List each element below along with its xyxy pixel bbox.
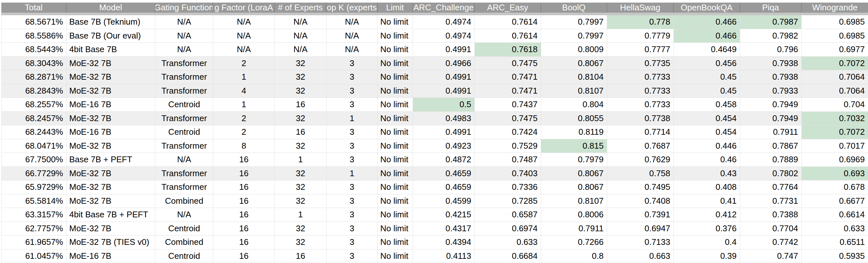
cell-piqa[interactable]: 0.7987 [740, 15, 802, 29]
cell-arc_challenge[interactable]: 0.4991 [413, 43, 475, 57]
cell-winogrande[interactable]: 0.678 [802, 180, 868, 194]
cell-winogrande[interactable]: 0.7032 [802, 112, 868, 126]
cell-arc_challenge[interactable]: 0.4659 [413, 167, 475, 181]
cell-limit[interactable]: No limit [378, 153, 413, 167]
cell-winogrande[interactable]: 0.6977 [802, 43, 868, 57]
cell-model[interactable]: 4bit Base 7B + PEFT [67, 208, 155, 222]
cell-factor[interactable]: 2 [213, 125, 275, 139]
cell-winogrande[interactable]: 0.7072 [802, 125, 868, 139]
cell-limit[interactable]: No limit [378, 43, 413, 57]
cell-experts[interactable]: N/A [275, 29, 327, 43]
cell-arc_challenge[interactable]: 0.4991 [413, 125, 475, 139]
cell-experts[interactable]: 32 [275, 57, 327, 70]
cell-experts[interactable]: 16 [275, 98, 327, 112]
cell-boolq[interactable]: 0.8067 [541, 57, 607, 70]
cell-arc_easy[interactable]: 0.7618 [475, 43, 541, 57]
cell-topk[interactable]: 3 [327, 208, 378, 222]
cell-topk[interactable]: 3 [327, 84, 378, 98]
cell-winogrande[interactable]: 0.704 [802, 98, 868, 112]
cell-total[interactable]: 68.5586% [1, 29, 67, 43]
cell-piqa[interactable]: 0.7742 [740, 235, 802, 250]
cell-arc_challenge[interactable]: 0.4966 [413, 57, 475, 70]
cell-factor[interactable]: 1 [213, 70, 275, 84]
column-header-limit[interactable]: Limit [378, 3, 413, 12]
cell-factor[interactable]: 16 [213, 235, 275, 250]
cell-total[interactable]: 65.5814% [1, 194, 67, 208]
cell-hellaswag[interactable]: 0.7495 [607, 180, 674, 194]
column-header-gating[interactable]: Gating Function [155, 3, 213, 12]
cell-total[interactable]: 65.9729% [1, 180, 67, 194]
cell-gating[interactable]: N/A [155, 153, 213, 167]
cell-arc_easy[interactable]: 0.7285 [475, 194, 541, 208]
cell-boolq[interactable]: 0.815 [541, 139, 607, 153]
cell-hellaswag[interactable]: 0.7735 [607, 57, 674, 70]
cell-arc_challenge[interactable]: 0.4659 [413, 180, 475, 194]
cell-model[interactable]: Base 7B (Our eval) [67, 29, 155, 43]
cell-experts[interactable]: 32 [275, 70, 327, 84]
cell-experts[interactable]: 32 [275, 222, 327, 236]
cell-winogrande[interactable]: 0.7072 [802, 57, 868, 70]
cell-piqa[interactable]: 0.7982 [740, 29, 802, 43]
cell-arc_challenge[interactable]: 0.4923 [413, 139, 475, 153]
column-header-piqa[interactable]: Piqa [740, 3, 802, 12]
cell-winogrande[interactable]: 0.6614 [802, 208, 868, 222]
cell-topk[interactable]: 3 [327, 125, 378, 139]
cell-model[interactable]: MoE-32 7B [67, 194, 155, 208]
cell-hellaswag[interactable]: 0.663 [607, 250, 674, 263]
cell-topk[interactable]: N/A [327, 43, 378, 57]
cell-winogrande[interactable]: 0.6969 [802, 153, 868, 167]
cell-experts[interactable]: 32 [275, 139, 327, 153]
cell-gating[interactable]: Centroid [155, 250, 213, 263]
cell-hellaswag[interactable]: 0.7629 [607, 153, 674, 167]
cell-openbookqa[interactable]: 0.408 [674, 180, 740, 194]
cell-openbookqa[interactable]: 0.454 [674, 125, 740, 139]
cell-gating[interactable]: Centroid [155, 98, 213, 112]
cell-limit[interactable]: No limit [378, 112, 413, 126]
cell-boolq[interactable]: 0.8006 [541, 208, 607, 222]
cell-arc_easy[interactable]: 0.6684 [475, 250, 541, 263]
cell-arc_easy[interactable]: 0.6974 [475, 222, 541, 236]
cell-boolq[interactable]: 0.8119 [541, 125, 607, 139]
cell-topk[interactable]: 3 [327, 235, 378, 250]
cell-piqa[interactable]: 0.7933 [740, 84, 802, 98]
cell-openbookqa[interactable]: 0.376 [674, 222, 740, 236]
cell-winogrande[interactable]: 0.7064 [802, 70, 868, 84]
cell-arc_easy[interactable]: 0.7403 [475, 167, 541, 181]
cell-openbookqa[interactable]: 0.458 [674, 98, 740, 112]
cell-hellaswag[interactable]: 0.6947 [607, 222, 674, 236]
cell-limit[interactable]: No limit [378, 139, 413, 153]
cell-arc_easy[interactable]: 0.7614 [475, 15, 541, 29]
cell-total[interactable]: 68.3043% [1, 57, 67, 70]
cell-winogrande[interactable]: 0.6511 [802, 235, 868, 250]
cell-winogrande[interactable]: 0.7017 [802, 139, 868, 153]
cell-gating[interactable]: Combined [155, 235, 213, 250]
cell-total[interactable]: 68.2443% [1, 125, 67, 139]
cell-limit[interactable]: No limit [378, 57, 413, 70]
cell-hellaswag[interactable]: 0.7777 [607, 43, 674, 57]
cell-factor[interactable]: 1 [213, 98, 275, 112]
cell-model[interactable]: 4bit Base 7B [67, 43, 155, 57]
cell-arc_easy[interactable]: 0.7529 [475, 139, 541, 153]
cell-hellaswag[interactable]: 0.7733 [607, 98, 674, 112]
cell-boolq[interactable]: 0.7997 [541, 29, 607, 43]
column-header-factor[interactable]: g Factor (LoraA [213, 3, 275, 12]
column-header-hellaswag[interactable]: HellaSwag [607, 3, 674, 12]
cell-arc_easy[interactable]: 0.7471 [475, 70, 541, 84]
cell-factor[interactable]: 16 [213, 167, 275, 181]
cell-arc_challenge[interactable]: 0.4599 [413, 194, 475, 208]
cell-openbookqa[interactable]: 0.39 [674, 250, 740, 263]
cell-factor[interactable]: N/A [213, 15, 275, 29]
cell-experts[interactable]: 32 [275, 112, 327, 126]
cell-gating[interactable]: N/A [155, 208, 213, 222]
cell-total[interactable]: 63.3157% [1, 208, 67, 222]
cell-limit[interactable]: No limit [378, 167, 413, 181]
cell-winogrande[interactable]: 0.6985 [802, 15, 868, 29]
cell-total[interactable]: 68.2557% [1, 98, 67, 112]
cell-hellaswag[interactable]: 0.7733 [607, 70, 674, 84]
cell-openbookqa[interactable]: 0.4 [674, 235, 740, 250]
cell-openbookqa[interactable]: 0.46 [674, 153, 740, 167]
cell-factor[interactable]: N/A [213, 29, 275, 43]
cell-total[interactable]: 66.7729% [1, 167, 67, 181]
cell-boolq[interactable]: 0.7266 [541, 235, 607, 250]
cell-arc_challenge[interactable]: 0.5 [413, 98, 475, 112]
